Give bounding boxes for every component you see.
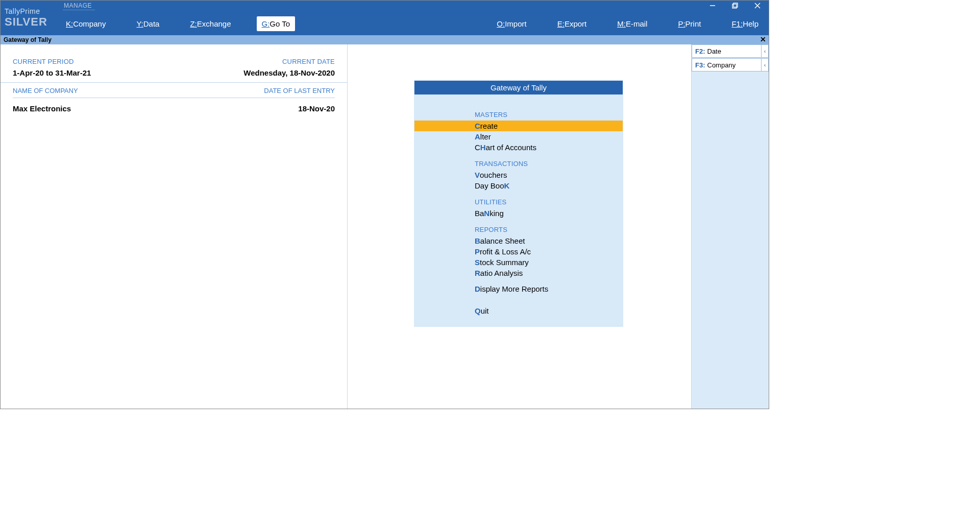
brand-block: TallyPrime SILVER	[1, 1, 61, 35]
sub-header-title: Gateway of Tally	[4, 36, 52, 43]
title-bar: TallyPrime SILVER MANAGE K:Company Y:Dat…	[1, 1, 769, 35]
right-sidebar: F2: Date ‹ F3: Company ‹	[691, 44, 769, 409]
item-day-book[interactable]: Day BooK	[414, 180, 623, 191]
current-date-value: Wednesday, 18-Nov-2020	[243, 68, 335, 77]
sidebar-date-key: F2:	[692, 48, 707, 55]
sub-header: Gateway of Tally ✕	[1, 35, 769, 44]
maximize-button[interactable]	[724, 1, 746, 11]
item-display-more-reports[interactable]: Display More Reports	[414, 283, 623, 294]
svg-rect-1	[732, 4, 737, 8]
item-vouchers[interactable]: Vouchers	[414, 170, 623, 180]
top-menu-col: MANAGE K:Company Y:Data Z:Exchange G:Go …	[61, 1, 769, 35]
item-balance-sheet[interactable]: Balance Sheet	[414, 235, 623, 246]
current-date-label: CURRENT DATE	[282, 58, 335, 65]
svg-rect-2	[733, 3, 738, 7]
company-name-header: NAME OF COMPANY	[13, 87, 78, 94]
brand-edition: SILVER	[5, 15, 61, 29]
section-masters: MASTERS	[414, 109, 623, 121]
sidebar-company-key: F3:	[692, 61, 707, 69]
gateway-panel: Gateway of Tally MASTERS Create Alter CH…	[414, 80, 623, 327]
period-block: CURRENT PERIOD CURRENT DATE 1-Apr-20 to …	[1, 44, 347, 83]
current-period-label: CURRENT PERIOD	[13, 58, 74, 65]
menu-exchange[interactable]: Z:Exchange	[185, 16, 236, 31]
body: CURRENT PERIOD CURRENT DATE 1-Apr-20 to …	[1, 44, 769, 409]
sidebar-company-button[interactable]: F3: Company ‹	[692, 58, 769, 72]
subheader-close-icon[interactable]: ✕	[760, 35, 766, 43]
window-controls	[701, 1, 769, 11]
company-last-entry: 18-Nov-20	[298, 104, 335, 113]
menu-import[interactable]: O:Import	[492, 16, 531, 31]
left-pane: CURRENT PERIOD CURRENT DATE 1-Apr-20 to …	[1, 44, 348, 409]
chevron-left-icon[interactable]: ‹	[761, 59, 768, 71]
menu-company[interactable]: K:Company	[61, 16, 111, 31]
manage-label[interactable]: MANAGE	[63, 2, 95, 10]
section-utilities: UTILITIES	[414, 196, 623, 208]
item-banking[interactable]: BaNking	[414, 208, 623, 219]
company-row[interactable]: Max Electronics 18-Nov-20	[13, 104, 335, 113]
sidebar-date-label: Date	[707, 48, 721, 55]
item-profit-loss[interactable]: Profit & Loss A/c	[414, 246, 623, 257]
gateway-body: MASTERS Create Alter CHart of Accounts T…	[414, 94, 623, 326]
item-ratio-analysis[interactable]: Ratio Analysis	[414, 268, 623, 278]
close-button[interactable]	[746, 1, 769, 11]
manage-row: MANAGE	[61, 1, 769, 12]
menu-email[interactable]: M:E-mail	[612, 16, 652, 31]
menu-print[interactable]: P:Print	[673, 16, 706, 31]
section-transactions: TRANSACTIONS	[414, 158, 623, 170]
sidebar-date-button[interactable]: F2: Date ‹	[692, 44, 769, 58]
item-quit[interactable]: Quit	[414, 305, 623, 316]
maximize-icon	[732, 3, 738, 9]
item-chart-of-accounts[interactable]: CHart of Accounts	[414, 142, 623, 153]
menu-goto[interactable]: G:Go To	[257, 16, 296, 31]
chevron-left-icon[interactable]: ‹	[761, 45, 768, 57]
brand-name: TallyPrime	[5, 7, 61, 15]
center-pane: Gateway of Tally MASTERS Create Alter CH…	[348, 44, 691, 409]
section-reports: REPORTS	[414, 224, 623, 235]
menu-help[interactable]: F1:Help	[726, 16, 764, 31]
company-name: Max Electronics	[13, 104, 71, 113]
minimize-icon	[709, 3, 716, 9]
main-menu: K:Company Y:Data Z:Exchange G:Go To O:Im…	[61, 12, 769, 35]
current-period-value: 1-Apr-20 to 31-Mar-21	[13, 68, 91, 77]
menu-data[interactable]: Y:Data	[131, 16, 164, 31]
app-window: TallyPrime SILVER MANAGE K:Company Y:Dat…	[0, 0, 769, 409]
gateway-title: Gateway of Tally	[414, 81, 623, 94]
menu-export[interactable]: E:Export	[552, 16, 592, 31]
minimize-button[interactable]	[701, 1, 724, 11]
sidebar-company-label: Company	[707, 61, 736, 69]
close-icon	[754, 3, 761, 9]
company-block: NAME OF COMPANY DATE OF LAST ENTRY Max E…	[1, 83, 347, 113]
item-alter[interactable]: Alter	[414, 131, 623, 142]
item-stock-summary[interactable]: Stock Summary	[414, 257, 623, 268]
company-date-header: DATE OF LAST ENTRY	[264, 87, 335, 94]
item-create[interactable]: Create	[414, 121, 623, 131]
